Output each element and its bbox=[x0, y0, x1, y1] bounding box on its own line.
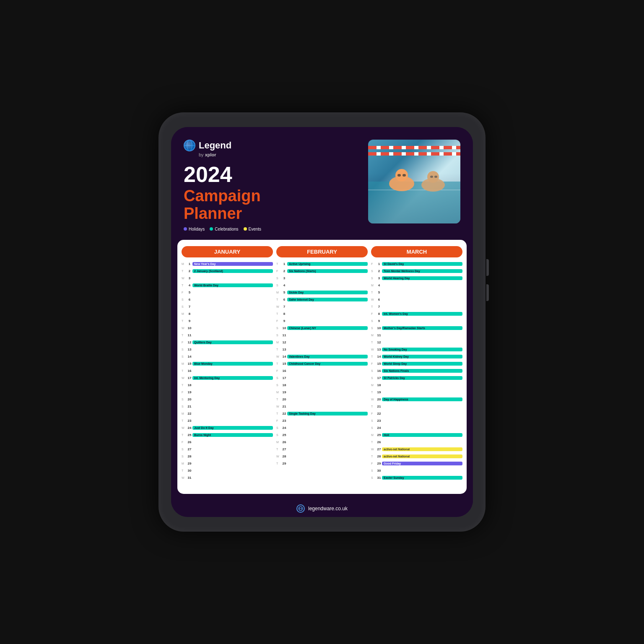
day-letter: T bbox=[182, 334, 186, 337]
day-row: M5Sickie Day bbox=[276, 289, 368, 296]
day-event: Sickie Day bbox=[287, 291, 368, 294]
day-letter: T bbox=[182, 469, 186, 472]
day-row: M8 bbox=[182, 311, 273, 317]
day-letter: T bbox=[371, 355, 375, 358]
day-number: 29 bbox=[187, 462, 192, 465]
day-event: Blue Monday bbox=[192, 362, 273, 366]
day-event: Single Tasking Day bbox=[287, 412, 368, 415]
day-row: T22 January (Scotland) bbox=[182, 268, 273, 275]
calendar-section: JANUARYM1New Year's DayT22 January (Scot… bbox=[177, 240, 467, 494]
day-letter: M bbox=[276, 341, 280, 344]
day-number: 27 bbox=[187, 447, 192, 451]
day-number: 4 bbox=[187, 283, 192, 287]
day-letter: S bbox=[371, 369, 375, 372]
day-number: 25 bbox=[376, 433, 382, 437]
logo-text: Legend bbox=[199, 140, 231, 151]
day-row: S24 bbox=[371, 425, 462, 431]
day-number: 29 bbox=[376, 462, 382, 465]
day-number: 27 bbox=[376, 447, 382, 451]
day-row: T16 bbox=[182, 368, 273, 374]
day-number: 6 bbox=[376, 298, 382, 301]
day-number: 7 bbox=[281, 305, 287, 309]
day-row: T23 bbox=[182, 418, 273, 424]
day-row: T7 bbox=[371, 304, 462, 310]
legend-events: Events bbox=[244, 227, 262, 231]
day-number: 15 bbox=[187, 362, 192, 366]
day-number: 22 bbox=[187, 412, 192, 415]
day-letter: T bbox=[276, 412, 280, 415]
day-number: 5 bbox=[187, 291, 192, 294]
day-number: 30 bbox=[187, 469, 192, 473]
day-letter: T bbox=[276, 298, 280, 301]
day-number: 10 bbox=[187, 326, 192, 330]
day-row: M11 bbox=[371, 332, 462, 339]
day-number: 3 bbox=[281, 276, 287, 280]
day-row: F8Int. Women's Day bbox=[371, 311, 462, 317]
day-row: F12Quitters Day bbox=[182, 339, 273, 346]
day-number: 13 bbox=[187, 348, 192, 351]
day-row: S14 bbox=[182, 353, 273, 360]
day-number: 14 bbox=[281, 355, 287, 358]
day-letter: W bbox=[182, 426, 186, 429]
day-event: St Patricks Day bbox=[382, 376, 462, 380]
day-number: 29 bbox=[281, 462, 287, 465]
day-number: 8 bbox=[376, 312, 382, 316]
day-number: 21 bbox=[376, 405, 382, 408]
day-letter: S bbox=[371, 419, 375, 422]
day-letter: W bbox=[276, 455, 280, 458]
day-row: S4 bbox=[276, 282, 368, 289]
day-row: T29 bbox=[276, 460, 368, 467]
day-letter: W bbox=[182, 327, 186, 330]
day-letter: T bbox=[182, 434, 186, 436]
day-number: 6 bbox=[281, 298, 287, 301]
day-row: S3 bbox=[276, 275, 368, 282]
day-number: 23 bbox=[376, 419, 382, 423]
day-event: Safer Internet Day bbox=[287, 298, 368, 301]
day-row: S13 bbox=[182, 346, 273, 353]
day-row: F1St David's Day bbox=[371, 261, 462, 267]
day-letter: S bbox=[371, 277, 375, 280]
day-letter: F bbox=[182, 391, 186, 394]
day-row: M22 bbox=[182, 410, 273, 417]
holidays-dot bbox=[184, 227, 187, 231]
day-number: 15 bbox=[376, 362, 382, 366]
day-letter: T bbox=[276, 462, 280, 465]
day-letter: F bbox=[182, 291, 186, 294]
day-event: Easter Sunday bbox=[382, 476, 462, 480]
day-letter: F bbox=[371, 412, 375, 415]
day-letter: S bbox=[182, 305, 186, 308]
day-number: 25 bbox=[281, 433, 287, 437]
day-number: 28 bbox=[376, 454, 382, 458]
day-letter: S bbox=[182, 355, 186, 358]
day-event: Good Friday bbox=[382, 462, 462, 465]
day-number: 7 bbox=[376, 305, 382, 309]
day-number: 27 bbox=[281, 447, 287, 451]
day-event: Childhood Cancer Day bbox=[287, 362, 368, 366]
day-row: M26 bbox=[276, 439, 368, 446]
day-number: 8 bbox=[281, 312, 287, 316]
day-letter: F bbox=[276, 419, 280, 422]
day-event: World Sleep Day bbox=[382, 362, 462, 366]
day-number: 9 bbox=[187, 319, 192, 323]
day-row: F19 bbox=[182, 389, 273, 396]
day-letter: S bbox=[371, 319, 375, 322]
day-number: 7 bbox=[187, 305, 192, 309]
day-row: S11 bbox=[276, 332, 368, 339]
day-letter: M bbox=[371, 284, 375, 287]
day-event: Quitters Day bbox=[192, 340, 273, 344]
day-number: 4 bbox=[376, 283, 382, 287]
celebrations-dot bbox=[210, 227, 213, 231]
day-number: 2 bbox=[187, 269, 192, 273]
day-row: W21 bbox=[276, 403, 368, 410]
day-row: T19 bbox=[371, 389, 462, 396]
day-row: W31 bbox=[182, 475, 273, 481]
footer-website: legendware.co.uk bbox=[308, 506, 348, 512]
day-row: S18 bbox=[276, 382, 368, 389]
day-letter: S bbox=[276, 334, 280, 337]
day-row: S9 bbox=[371, 318, 462, 325]
day-row: T27 bbox=[276, 446, 368, 453]
day-event: active-net National bbox=[382, 447, 462, 451]
month-header-2: MARCH bbox=[371, 246, 462, 257]
month-col-0: JANUARYM1New Year's DayT22 January (Scot… bbox=[182, 246, 273, 482]
xplor-label: xplor bbox=[205, 152, 216, 157]
